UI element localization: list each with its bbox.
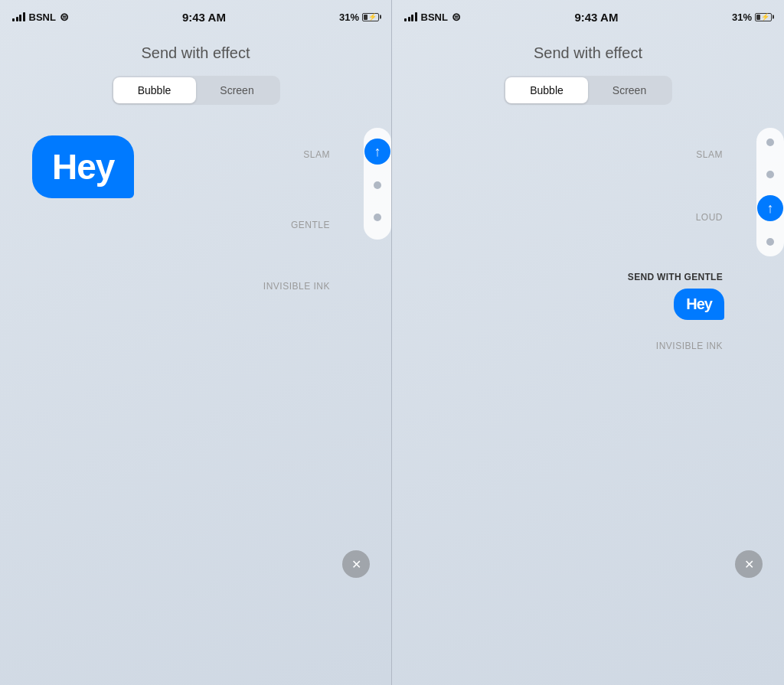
carrier-name-right: BSNL: [421, 11, 448, 23]
left-phone-screen: BSNL ⊜ 9:43 AM 31% ⚡ Send with effect Bu…: [0, 0, 392, 685]
screen-title-right: Send with effect: [534, 44, 642, 62]
tab-screen-left[interactable]: Screen: [196, 77, 279, 103]
tab-switcher-left: Bubble Screen: [112, 76, 280, 105]
effect-dot-ink-right[interactable]: [766, 238, 774, 246]
wifi-icon-right: ⊜: [452, 11, 461, 23]
status-right-right: 31% ⚡: [732, 11, 772, 23]
wifi-icon: ⊜: [60, 11, 69, 23]
tab-bubble-left[interactable]: Bubble: [113, 77, 196, 103]
screen-title-left: Send with effect: [142, 44, 250, 62]
battery-icon-right: ⚡: [755, 13, 772, 21]
content-area-left: SLAM GENTLE INVISIBLE INK Hey ↑ ✕: [0, 128, 391, 685]
send-button-slam-left[interactable]: ↑: [364, 139, 390, 165]
tab-screen-right[interactable]: Screen: [588, 77, 671, 103]
effect-label-ink-left: INVISIBLE INK: [263, 281, 330, 292]
battery-pct: 31%: [339, 11, 359, 23]
message-bubble-right: Hey: [674, 289, 724, 320]
effect-dot-slam-right[interactable]: [766, 139, 774, 146]
send-button-gentle-right[interactable]: ↑: [757, 195, 783, 221]
status-bar-right: BSNL ⊜ 9:43 AM 31% ⚡: [392, 0, 784, 34]
effect-dot-gentle-left[interactable]: [374, 181, 381, 189]
time-display-right: 9:43 AM: [574, 11, 618, 24]
effect-label-slam-right: SLAM: [696, 149, 723, 160]
bolt-icon: ⚡: [368, 13, 377, 21]
status-right: 31% ⚡: [339, 11, 379, 23]
bolt-icon-right: ⚡: [761, 13, 769, 21]
message-bubble-left: Hey: [32, 135, 134, 198]
right-phone-screen: BSNL ⊜ 9:43 AM 31% ⚡ Send with effect Bu…: [392, 0, 784, 685]
effect-label-slam-left: SLAM: [303, 149, 330, 160]
time-display: 9:43 AM: [182, 11, 226, 24]
effect-label-gentle-left: GENTLE: [291, 220, 330, 230]
tab-switcher-right: Bubble Screen: [504, 76, 672, 105]
effect-track-left: ↑: [364, 128, 391, 240]
battery-pct-right: 31%: [732, 11, 752, 23]
close-button-left[interactable]: ✕: [342, 550, 370, 578]
tab-bubble-right[interactable]: Bubble: [505, 77, 588, 103]
send-with-gentle-label: SEND WITH GENTLE: [628, 272, 723, 282]
status-left-right: BSNL ⊜: [404, 11, 461, 23]
effect-dot-loud-right[interactable]: [766, 171, 774, 178]
effect-track-right: ↑: [756, 128, 784, 256]
effect-label-loud-right: LOUD: [696, 212, 723, 223]
status-bar-left: BSNL ⊜ 9:43 AM 31% ⚡: [0, 0, 391, 34]
signal-icon: [12, 12, 25, 21]
content-area-right: SLAM LOUD SEND WITH GENTLE INVISIBLE INK…: [392, 128, 784, 685]
battery-icon: ⚡: [362, 13, 379, 21]
carrier-name: BSNL: [29, 11, 56, 23]
status-left: BSNL ⊜: [12, 11, 69, 23]
effect-dot-ink-left[interactable]: [374, 214, 381, 221]
effect-label-ink-right: INVISIBLE INK: [656, 341, 723, 351]
signal-icon-right: [404, 12, 417, 21]
close-button-right[interactable]: ✕: [735, 550, 763, 578]
